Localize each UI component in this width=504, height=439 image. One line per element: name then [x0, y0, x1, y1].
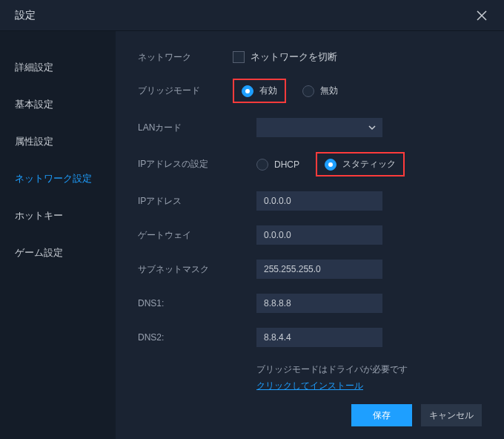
dns2-label: DNS2:: [138, 332, 233, 343]
bridge-disable-label: 無効: [320, 85, 338, 97]
disconnect-checkbox[interactable]: [233, 51, 245, 63]
static-label: スタティック: [342, 158, 396, 171]
bridge-enable-label: 有効: [259, 85, 277, 97]
main-panel: ネットワーク ネットワークを切断 ブリッジモード 有効 無効: [116, 31, 504, 439]
sidebar: 詳細設定 基本設定 属性設定 ネットワーク設定 ホットキー ゲーム設定: [0, 31, 116, 439]
chevron-down-icon: [368, 123, 377, 132]
highlight-bridge-enable: 有効: [233, 79, 286, 103]
dhcp-label: DHCP: [274, 159, 299, 170]
save-button[interactable]: 保存: [351, 404, 412, 426]
gateway-input[interactable]: [256, 225, 382, 245]
lan-card-label: LANカード: [138, 122, 233, 134]
ip-setting-label: IPアドレスの設定: [138, 158, 233, 171]
sidebar-item-advanced[interactable]: 詳細設定: [0, 49, 116, 86]
subnet-label: サブネットマスク: [138, 263, 233, 276]
bridge-enable-radio[interactable]: [242, 85, 253, 97]
window-title: 設定: [15, 9, 36, 22]
dns1-label: DNS1:: [138, 298, 233, 308]
ip-address-input[interactable]: [256, 191, 382, 211]
dns1-input[interactable]: [256, 294, 382, 313]
sidebar-item-basic[interactable]: 基本設定: [0, 86, 116, 123]
install-driver-link[interactable]: クリックしてインストール: [256, 380, 363, 391]
sidebar-item-property[interactable]: 属性設定: [0, 123, 116, 160]
disconnect-label: ネットワークを切断: [251, 50, 337, 64]
sidebar-item-game[interactable]: ゲーム設定: [0, 234, 116, 271]
gateway-label: ゲートウェイ: [138, 229, 233, 242]
dhcp-radio[interactable]: [256, 159, 268, 171]
sidebar-item-network[interactable]: ネットワーク設定: [0, 160, 116, 197]
bridge-disable-radio[interactable]: [302, 85, 314, 97]
bridge-mode-label: ブリッジモード: [138, 85, 233, 97]
static-radio[interactable]: [325, 159, 336, 171]
ip-address-label: IPアドレス: [138, 195, 233, 208]
footer: 保存 キャンセル: [138, 394, 482, 439]
subnet-input[interactable]: [256, 260, 382, 279]
cancel-button[interactable]: キャンセル: [421, 404, 482, 426]
titlebar: 設定: [0, 0, 504, 31]
dns2-input[interactable]: [256, 328, 382, 347]
highlight-static: スタティック: [316, 152, 405, 176]
lan-card-select[interactable]: [256, 118, 382, 137]
close-icon: [477, 10, 487, 21]
sidebar-item-hotkey[interactable]: ホットキー: [0, 197, 116, 234]
network-label: ネットワーク: [138, 51, 233, 64]
bridge-note-text: ブリッジモードはドライバが必要です: [256, 362, 482, 378]
close-button[interactable]: [473, 7, 491, 24]
